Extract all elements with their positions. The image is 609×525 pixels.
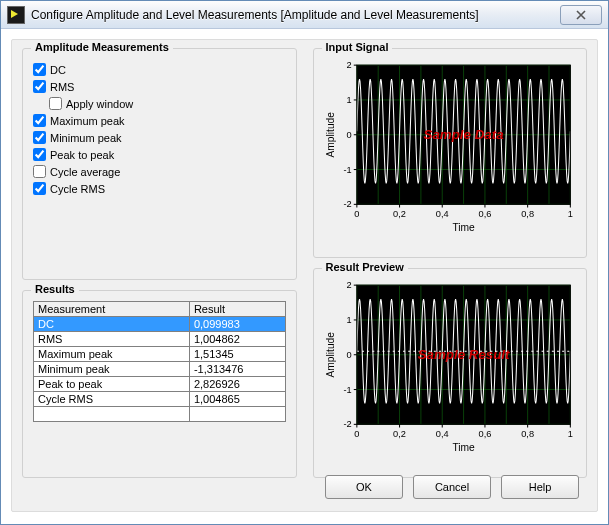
table-row[interactable]: Peak to peak2,826926 (34, 377, 286, 392)
cell-measurement (34, 407, 190, 422)
measurement-option: Maximum peak (33, 114, 286, 127)
ok-button[interactable]: OK (325, 475, 403, 499)
plot-overlay-text: Sample Data (423, 127, 504, 142)
cell-result: 1,51345 (189, 347, 285, 362)
app-icon (7, 6, 25, 24)
measurement-option: Peak to peak (33, 148, 286, 161)
svg-text:0: 0 (346, 130, 351, 140)
svg-text:0: 0 (354, 209, 359, 219)
cell-measurement: RMS (34, 332, 190, 347)
cell-result (189, 407, 285, 422)
svg-text:1: 1 (567, 209, 572, 219)
svg-text:1: 1 (346, 315, 351, 325)
svg-text:-1: -1 (343, 165, 351, 175)
svg-text:0,4: 0,4 (435, 209, 448, 219)
input-signal-plot: Sample Data-2-101200,20,40,60,81TimeAmpl… (324, 59, 577, 233)
svg-text:0,8: 0,8 (521, 429, 534, 439)
group-legend: Input Signal (322, 41, 393, 53)
svg-text:0,8: 0,8 (521, 209, 534, 219)
measurement-label: Peak to peak (50, 149, 114, 161)
button-row: OK Cancel Help (325, 475, 579, 499)
measurement-checkbox[interactable] (33, 165, 46, 178)
table-row[interactable] (34, 407, 286, 422)
cell-measurement: Maximum peak (34, 347, 190, 362)
group-legend: Amplitude Measurements (31, 41, 173, 53)
dialog-window: Configure Amplitude and Level Measuremen… (0, 0, 609, 525)
svg-text:1: 1 (567, 429, 572, 439)
svg-text:-2: -2 (343, 199, 351, 209)
svg-text:0,6: 0,6 (478, 429, 491, 439)
measurement-checkbox[interactable] (33, 114, 46, 127)
measurement-checkbox[interactable] (49, 97, 62, 110)
measurement-label: Cycle RMS (50, 183, 105, 195)
window-title: Configure Amplitude and Level Measuremen… (31, 8, 560, 22)
measurement-option: Minimum peak (33, 131, 286, 144)
measurement-checkbox[interactable] (33, 63, 46, 76)
group-legend: Results (31, 283, 79, 295)
cell-measurement: DC (34, 317, 190, 332)
table-row[interactable]: Cycle RMS1,004865 (34, 392, 286, 407)
input-signal-group: Input Signal Sample Data-2-101200,20,40,… (313, 48, 588, 258)
results-table[interactable]: Measurement Result DC0,099983RMS1,004862… (33, 301, 286, 422)
measurement-checkbox[interactable] (33, 131, 46, 144)
cell-measurement: Minimum peak (34, 362, 190, 377)
cell-result: -1,313476 (189, 362, 285, 377)
result-preview-group: Result Preview Sample Result-2-101200,20… (313, 268, 588, 478)
svg-text:0,4: 0,4 (435, 429, 448, 439)
svg-text:-2: -2 (343, 419, 351, 429)
col-measurement[interactable]: Measurement (34, 302, 190, 317)
x-axis-label: Time (452, 222, 475, 233)
measurement-option: Apply window (49, 97, 286, 110)
measurement-label: Minimum peak (50, 132, 122, 144)
result-preview-plot: Sample Result-2-101200,20,40,60,81TimeAm… (324, 279, 577, 453)
measurement-option: Cycle average (33, 165, 286, 178)
measurement-label: DC (50, 64, 66, 76)
x-axis-label: Time (452, 442, 475, 453)
cell-result: 1,004865 (189, 392, 285, 407)
svg-text:0,2: 0,2 (393, 209, 406, 219)
close-button[interactable] (560, 5, 602, 25)
measurement-label: Cycle average (50, 166, 120, 178)
svg-text:0: 0 (354, 429, 359, 439)
cell-result: 1,004862 (189, 332, 285, 347)
measurement-option: RMS (33, 80, 286, 93)
cancel-button[interactable]: Cancel (413, 475, 491, 499)
left-column: Amplitude Measurements DCRMSApply window… (22, 48, 297, 478)
group-legend: Result Preview (322, 261, 408, 273)
measurement-label: Apply window (66, 98, 133, 110)
cell-measurement: Cycle RMS (34, 392, 190, 407)
measurement-option: DC (33, 63, 286, 76)
amplitude-measurements-group: Amplitude Measurements DCRMSApply window… (22, 48, 297, 280)
svg-text:2: 2 (346, 280, 351, 290)
measurement-option: Cycle RMS (33, 182, 286, 195)
col-result[interactable]: Result (189, 302, 285, 317)
measurement-label: RMS (50, 81, 74, 93)
right-column: Input Signal Sample Data-2-101200,20,40,… (313, 48, 588, 478)
svg-text:0,6: 0,6 (478, 209, 491, 219)
svg-text:-1: -1 (343, 385, 351, 395)
cell-result: 2,826926 (189, 377, 285, 392)
measurement-checkbox[interactable] (33, 182, 46, 195)
svg-text:0,2: 0,2 (393, 429, 406, 439)
svg-text:2: 2 (346, 60, 351, 70)
titlebar: Configure Amplitude and Level Measuremen… (1, 1, 608, 29)
svg-text:1: 1 (346, 95, 351, 105)
dialog-content: Amplitude Measurements DCRMSApply window… (11, 39, 598, 512)
table-row[interactable]: DC0,099983 (34, 317, 286, 332)
help-button[interactable]: Help (501, 475, 579, 499)
table-row[interactable]: Maximum peak1,51345 (34, 347, 286, 362)
table-row[interactable]: Minimum peak-1,313476 (34, 362, 286, 377)
cell-measurement: Peak to peak (34, 377, 190, 392)
measurement-checkbox[interactable] (33, 148, 46, 161)
measurement-checkbox[interactable] (33, 80, 46, 93)
measurement-label: Maximum peak (50, 115, 125, 127)
svg-text:0: 0 (346, 350, 351, 360)
results-group: Results Measurement Result DC0,099983RMS… (22, 290, 297, 478)
y-axis-label: Amplitude (325, 332, 336, 378)
plot-overlay-text: Sample Result (417, 347, 509, 362)
table-row[interactable]: RMS1,004862 (34, 332, 286, 347)
cell-result: 0,099983 (189, 317, 285, 332)
y-axis-label: Amplitude (325, 112, 336, 158)
